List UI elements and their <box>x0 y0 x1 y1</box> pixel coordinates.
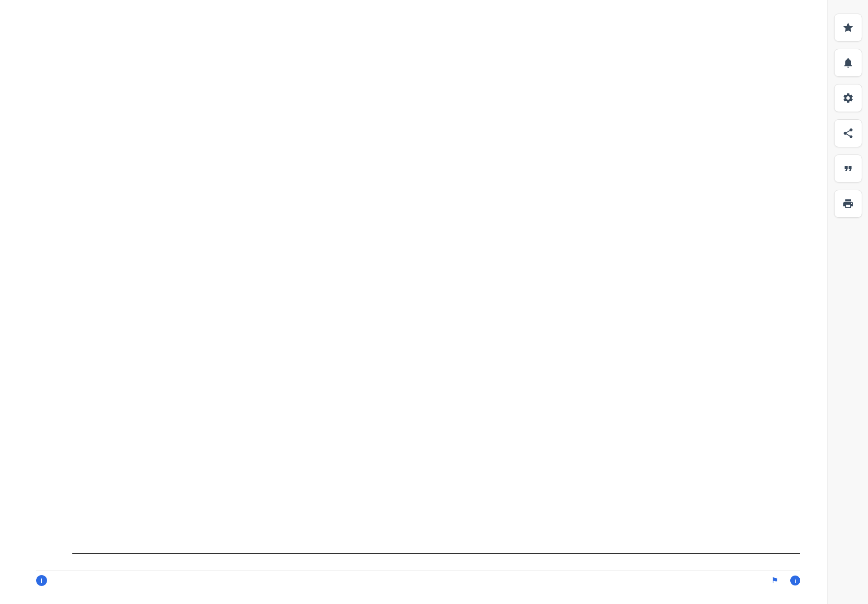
footer-right: ⚑ i <box>762 576 800 585</box>
main-container: i ⚑ i <box>0 0 868 604</box>
chart-wrapper: i ⚑ i <box>36 18 800 586</box>
share-icon <box>842 127 854 139</box>
star-icon <box>842 22 854 33</box>
bars-and-grid <box>72 18 800 554</box>
source-info-icon: i <box>790 576 800 585</box>
chart-inner <box>36 18 800 559</box>
y-axis <box>41 18 72 554</box>
print-button[interactable] <box>834 190 862 218</box>
gear-button[interactable] <box>834 84 862 112</box>
share-button[interactable] <box>834 119 862 147</box>
show-source-button[interactable]: i <box>788 576 800 585</box>
chart-and-axes <box>41 18 800 559</box>
flag-icon: ⚑ <box>771 576 778 585</box>
gear-icon <box>842 92 854 104</box>
star-button[interactable] <box>834 14 862 42</box>
chart-area: i ⚑ i <box>0 0 827 604</box>
quote-icon <box>842 163 854 174</box>
footer: i ⚑ i <box>36 570 800 586</box>
chart-plot-area <box>41 18 800 554</box>
additional-info-button[interactable]: i <box>36 575 51 586</box>
x-axis-labels <box>72 554 800 559</box>
sidebar <box>827 0 868 604</box>
quote-button[interactable] <box>834 155 862 183</box>
print-icon <box>842 198 854 210</box>
bell-icon <box>842 57 854 69</box>
info-icon: i <box>36 575 47 586</box>
bell-button[interactable] <box>834 49 862 77</box>
